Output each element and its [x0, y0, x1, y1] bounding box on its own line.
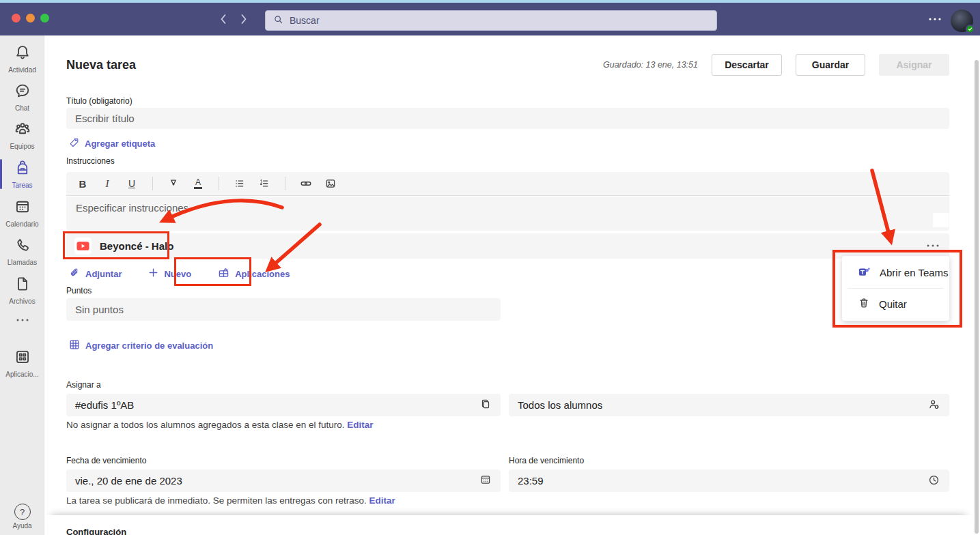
sidebar-item-chat[interactable]: Chat [0, 82, 44, 112]
menu-item-label: Abrir en Teams [880, 267, 949, 278]
teams-app-window: Buscar Actividad Chat Equipos Tareas [0, 0, 980, 535]
students-value: Todos los alumnos [518, 399, 602, 411]
sidebar-more-icon[interactable] [0, 315, 44, 325]
macos-minimize-button[interactable] [26, 14, 35, 23]
sidebar-item-calendar[interactable]: Calendario [0, 198, 44, 228]
menu-item-remove[interactable]: Quitar [842, 289, 949, 319]
back-icon[interactable] [219, 12, 228, 29]
toolbar-separator [152, 177, 153, 190]
copy-icon[interactable] [479, 398, 492, 412]
attachment-more-icon[interactable] [921, 237, 945, 254]
sidebar-label: Archivos [9, 298, 35, 305]
sidebar-item-assignments[interactable]: Tareas [0, 159, 44, 189]
points-input[interactable]: Sin puntos [66, 298, 501, 321]
people-group-icon [14, 120, 31, 141]
clock-icon[interactable] [927, 474, 940, 489]
paperclip-icon [68, 267, 81, 281]
apps-label: Aplicaciones [235, 269, 290, 279]
scrollbar[interactable] [975, 60, 979, 534]
due-time-label: Hora de vencimiento [509, 456, 584, 465]
instructions-input[interactable]: Especificar instrucciones [66, 197, 949, 231]
forward-icon[interactable] [239, 12, 249, 29]
title-input[interactable] [66, 108, 949, 129]
link-icon[interactable] [299, 177, 313, 190]
due-date-picker[interactable]: vie., 20 de ene de 2023 [66, 469, 501, 492]
plus-icon [148, 267, 159, 280]
add-rubric-link[interactable]: Agregar criterio de evaluación [68, 338, 213, 353]
apps-grid-icon [14, 348, 31, 368]
calendar-small-icon[interactable] [479, 474, 492, 488]
sidebar-label: Equipos [10, 143, 34, 150]
sidebar-item-help[interactable]: ? Ayuda [0, 504, 44, 530]
instructions-label: Instrucciones [66, 156, 115, 166]
search-input[interactable]: Buscar [265, 10, 717, 31]
students-select[interactable]: Todos los alumnos [509, 394, 949, 416]
new-link[interactable]: Nuevo [148, 266, 191, 281]
trash-icon [858, 297, 870, 311]
title-bar: Buscar [0, 3, 980, 35]
due-date-label: Fecha de vencimiento [66, 456, 146, 465]
add-tag-link[interactable]: Agregar etiqueta [68, 136, 155, 150]
sidebar-item-apps[interactable]: Aplicacio... [0, 348, 44, 378]
sidebar-label: Calendario [5, 220, 38, 228]
menu-item-open-in-teams[interactable]: Abrir en Teams [842, 257, 949, 288]
app-rail: Actividad Chat Equipos Tareas Calendario… [0, 35, 44, 535]
edit-schedule-link[interactable]: Editar [369, 495, 395, 506]
attach-label: Adjuntar [85, 269, 122, 279]
edit-assign-link[interactable]: Editar [347, 420, 373, 430]
macos-close-button[interactable] [12, 14, 20, 23]
status-available-icon [966, 25, 975, 33]
due-date-value: vie., 20 de ene de 2023 [75, 475, 182, 487]
search-placeholder: Buscar [290, 15, 320, 26]
more-options-icon[interactable] [927, 12, 942, 29]
bold-icon[interactable]: B [76, 177, 89, 190]
sidebar-item-teams[interactable]: Equipos [0, 120, 44, 150]
chat-icon [14, 82, 31, 102]
highlighter-icon[interactable] [167, 177, 180, 190]
sidebar-item-activity[interactable]: Actividad [0, 44, 44, 74]
discard-button[interactable]: Descartar [712, 54, 782, 76]
person-add-icon[interactable] [927, 398, 940, 413]
calendar-icon [14, 198, 31, 218]
search-icon [272, 14, 284, 27]
due-time-picker[interactable]: 23:59 [509, 469, 949, 492]
font-color-icon[interactable]: A [191, 177, 205, 190]
apps-box-icon [217, 266, 230, 281]
new-label: Nuevo [164, 269, 191, 279]
rubric-grid-icon [68, 338, 81, 353]
tag-icon [68, 136, 80, 150]
page-title: Nueva tarea [66, 58, 136, 72]
sidebar-item-calls[interactable]: Llamadas [0, 236, 44, 266]
apps-link[interactable]: Aplicaciones [217, 266, 290, 281]
sidebar-item-files[interactable]: Archivos [0, 275, 44, 305]
italic-icon[interactable]: I [100, 177, 114, 190]
teams-logo-icon [858, 265, 871, 280]
bullet-list-icon[interactable] [233, 177, 247, 190]
phone-icon [14, 236, 31, 257]
help-icon: ? [14, 504, 31, 520]
attach-link[interactable]: Adjuntar [68, 266, 122, 281]
assign-to-label: Asignar a [66, 380, 101, 390]
image-icon[interactable] [324, 177, 337, 190]
numbered-list-icon[interactable] [257, 177, 271, 190]
settings-section: Configuración [45, 515, 972, 535]
attachment-row[interactable]: Beyoncé - Halo [66, 233, 949, 259]
due-time-value: 23:59 [518, 475, 544, 487]
avatar[interactable] [951, 10, 973, 32]
assign-button[interactable]: Asignar [879, 54, 949, 76]
sidebar-label: Ayuda [12, 522, 31, 530]
toolbar-separator [219, 177, 219, 190]
instructions-placeholder: Especificar instrucciones [76, 202, 188, 214]
macos-zoom-button[interactable] [40, 14, 49, 23]
add-tag-label: Agregar etiqueta [85, 139, 155, 149]
class-select[interactable]: #edufis 1ºAB [66, 394, 501, 416]
resize-handle[interactable] [933, 213, 949, 227]
schedule-note: La tarea se publicará de inmediato. Se p… [66, 495, 395, 506]
points-label: Puntos [66, 286, 92, 295]
file-icon [14, 275, 31, 295]
underline-icon[interactable]: U [125, 177, 139, 190]
add-rubric-label: Agregar criterio de evaluación [85, 341, 213, 351]
save-button[interactable]: Guardar [796, 54, 865, 76]
sidebar-label: Actividad [8, 66, 36, 74]
youtube-icon [74, 237, 92, 255]
